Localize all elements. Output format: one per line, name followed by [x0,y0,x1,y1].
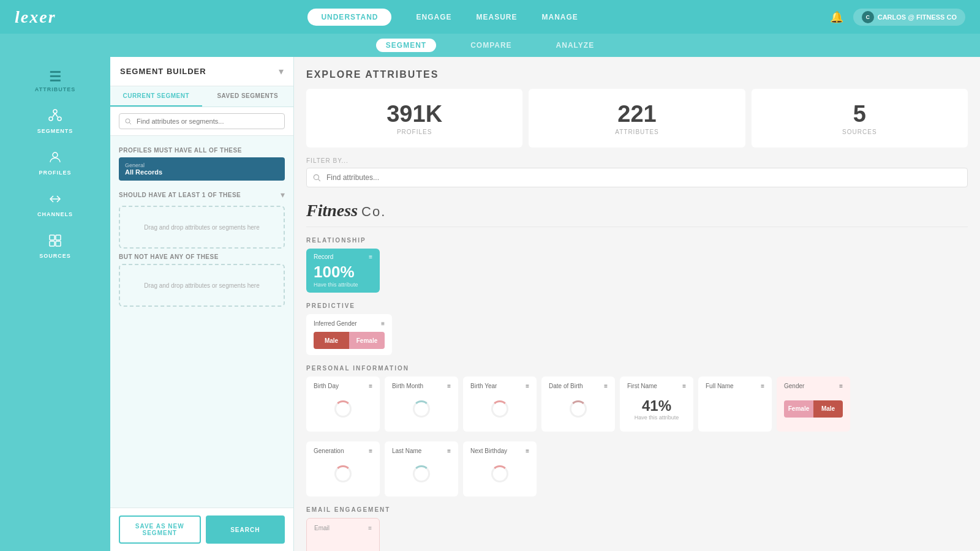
search-button[interactable]: SEARCH [206,515,285,544]
svg-line-3 [53,113,55,117]
sidebar-item-attributes[interactable]: ☰ ATTRIBUTES [0,63,110,100]
segment-builder-panel: SEGMENT BUILDER ▾ CURRENT SEGMENT SAVED … [110,57,294,551]
segment-search-input[interactable] [119,113,285,129]
first-name-card[interactable]: First Name ≡ 41% Have this attribute [620,377,693,432]
gender-card[interactable]: Gender ≡ Female Male [777,377,850,432]
personal-info-cards-row2: Generation ≡ Last Name ≡ [306,441,968,497]
segment-search-area [110,107,293,136]
inferred-menu-icon[interactable]: ≡ [381,320,385,327]
tab-analyze[interactable]: ANALYZE [546,39,605,52]
date-of-birth-menu-icon[interactable]: ≡ [604,383,608,389]
generation-header: Generation ≡ [314,448,372,454]
inferred-gender-card[interactable]: Inferred Gender ≡ Male Female [306,314,392,355]
male-bar: Male [314,332,349,349]
last-name-menu-icon[interactable]: ≡ [447,448,451,454]
generation-label: Generation [314,448,344,454]
birth-year-card[interactable]: Birth Year ≡ [463,377,537,432]
should-have-section: SHOULD HAVE AT LEAST 1 OF THESE ▾ Drag a… [119,187,285,249]
gender-menu-icon[interactable]: ≡ [839,383,843,389]
profiles-count: 391K [318,101,510,127]
full-name-header: Full Name ≡ [706,383,764,389]
birth-month-card[interactable]: Birth Month ≡ [385,377,458,432]
record-card-header: Record ≡ [314,253,372,260]
record-menu-icon[interactable]: ≡ [369,253,372,260]
record-card[interactable]: Record ≡ 100% Have this attribute [306,249,380,293]
inferred-bars: Male Female [314,332,385,349]
svg-point-5 [53,152,58,157]
email-menu-icon[interactable]: ≡ [368,525,372,531]
date-of-birth-body [549,389,608,425]
birth-month-spinner [413,400,430,418]
nav-right: 🔔 C CARLOS @ FITNESS CO [830,9,965,26]
sidebar-label-segments: SEGMENTS [37,128,74,134]
nav-center: UNDERSTAND ENGAGE MEASURE MANAGE [307,9,578,26]
sidebar-label-sources: SOURCES [39,253,71,259]
sidebar-item-sources[interactable]: SOURCES [0,226,110,266]
tab-current-segment[interactable]: CURRENT SEGMENT [110,86,202,107]
svg-rect-8 [50,241,55,246]
stats-row: 391K PROFILES 221 ATTRIBUTES 5 SOURCES [306,89,968,148]
date-of-birth-card[interactable]: Date of Birth ≡ [541,377,615,432]
measure-link[interactable]: MEASURE [477,13,518,21]
record-sublabel: Have this attribute [314,282,372,288]
but-not-drop-zone: Drag and drop attributes or segments her… [119,264,285,307]
tab-saved-segments[interactable]: SAVED SEGMENTS [202,86,294,107]
understand-button[interactable]: UNDERSTAND [307,9,391,26]
gender-female-bar: Female [784,400,813,418]
birth-month-header: Birth Month ≡ [392,383,451,389]
svg-point-2 [58,117,61,121]
last-name-label: Last Name [392,448,421,454]
sidebar-item-channels[interactable]: CHANNELS [0,184,110,225]
female-bar: Female [349,332,385,349]
sources-label: SOURCES [764,129,956,135]
engage-link[interactable]: ENGAGE [416,13,451,21]
birth-day-menu-icon[interactable]: ≡ [369,383,372,389]
first-name-menu-icon[interactable]: ≡ [682,383,686,389]
but-not-section: BUT NOT HAVE ANY OF THESE Drag and drop … [119,253,285,307]
sidebar-item-profiles[interactable]: PROFILES [0,143,110,183]
email-card[interactable]: Email ≡ [306,518,380,551]
manage-link[interactable]: MANAGE [542,13,578,21]
attributes-label: ATTRIBUTES [541,129,733,135]
should-have-drop-zone: Drag and drop attributes or segments her… [119,206,285,249]
relationship-cards: Record ≡ 100% Have this attribute [306,249,968,293]
segment-body: PROFILES MUST HAVE ALL OF THESE General … [110,136,293,508]
sidebar-item-segments[interactable]: SEGMENTS [0,101,110,141]
next-birthday-menu-icon[interactable]: ≡ [526,448,529,454]
generation-card[interactable]: Generation ≡ [306,441,380,497]
last-name-card[interactable]: Last Name ≡ [385,441,458,497]
brand-sans: Co. [361,204,386,220]
birth-year-menu-icon[interactable]: ≡ [526,383,529,389]
birth-month-body [392,389,451,425]
top-navigation: lexer UNDERSTAND ENGAGE MEASURE MANAGE 🔔… [0,0,980,34]
chevron-down-icon[interactable]: ▾ [279,66,284,77]
first-name-label: First Name [627,383,657,389]
full-name-menu-icon[interactable]: ≡ [761,383,764,389]
personal-info-heading: PERSONAL INFORMATION [306,365,968,372]
segment-footer: SAVE AS NEW SEGMENT SEARCH [110,508,293,551]
filter-attributes-input[interactable] [306,168,968,187]
sub-navigation: SEGMENT COMPARE ANALYZE [0,34,980,57]
tab-compare[interactable]: COMPARE [461,39,521,52]
segment-tabs: CURRENT SEGMENT SAVED SEGMENTS [110,86,293,107]
should-have-chevron-icon[interactable]: ▾ [281,190,285,200]
next-birthday-card[interactable]: Next Birthday ≡ [463,441,537,497]
save-as-new-segment-button[interactable]: SAVE AS NEW SEGMENT [119,515,201,544]
sources-count: 5 [764,101,956,127]
brand-header: Fitness Co. [306,195,968,227]
birth-year-label: Birth Year [470,383,497,389]
generation-menu-icon[interactable]: ≡ [369,448,372,454]
birth-month-menu-icon[interactable]: ≡ [447,383,451,389]
tab-segment[interactable]: SEGMENT [376,39,436,52]
gender-body: Female Male [784,389,843,425]
email-engagement-cards: Email ≡ [306,518,968,551]
user-badge[interactable]: C CARLOS @ FITNESS CO [853,9,965,26]
notification-bell-icon[interactable]: 🔔 [830,10,843,24]
full-name-card[interactable]: Full Name ≡ [698,377,772,432]
must-have-tag-value: All Records [125,168,279,176]
sources-icon [48,233,62,250]
filter-label: FILTER BY... [306,157,968,164]
birth-day-card[interactable]: Birth Day ≡ [306,377,380,432]
must-have-label: PROFILES MUST HAVE ALL OF THESE [119,147,285,154]
gender-bars: Female Male [784,400,843,418]
